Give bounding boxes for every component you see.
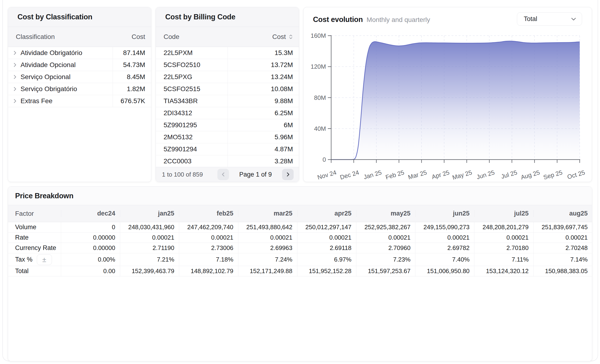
panel-header: Cost by Billing Code [156, 7, 299, 27]
chevron-right-icon [13, 50, 17, 56]
chevron-right-icon [13, 74, 17, 80]
svg-text:Jan 25: Jan 25 [363, 169, 382, 181]
price-table-row: Rate 0.00000 0.00021 0.00021 0.00021 0.0… [8, 233, 592, 243]
svg-text:Feb 25: Feb 25 [385, 169, 405, 181]
chart-subtitle: Monthly and quarterly [366, 16, 430, 24]
classification-label: Serviço Obrigatório [20, 85, 77, 93]
month-column-header: jul25 [474, 210, 533, 217]
svg-text:May 25: May 25 [451, 169, 473, 181]
billing-code: 2DI34312 [156, 107, 227, 119]
price-cell: 7.18% [179, 253, 238, 266]
factor-label: Total [15, 267, 28, 275]
billing-cost: 9.88M [227, 95, 299, 107]
billing-table-header: Code Cost [156, 27, 299, 47]
month-column-header: dec24 [61, 210, 120, 217]
price-cell: 2.71190 [120, 243, 179, 253]
billing-cost: 3.28M [227, 155, 299, 167]
svg-text:Dec 24: Dec 24 [339, 169, 360, 181]
billing-code: 2MO5132 [156, 131, 227, 143]
price-cell: 7.40% [415, 253, 474, 266]
panel-title: Price Breakdown [15, 192, 73, 200]
price-cell: 148,892,102.79 [179, 266, 238, 276]
chevron-down-icon [571, 18, 576, 21]
billing-code: 5CSFO2515 [156, 83, 227, 95]
previous-page-button[interactable] [217, 169, 229, 180]
classification-label: Atividade Obrigatório [20, 49, 82, 57]
cost-evolution-panel: Cost evolution Monthly and quarterly Tot… [303, 7, 592, 182]
billing-code: 22L5PXG [156, 71, 227, 83]
expand-row-button[interactable] [13, 98, 17, 104]
month-column-header: feb25 [179, 210, 238, 217]
price-cell: 0.00021 [534, 233, 592, 243]
month-column-header: jun25 [415, 210, 474, 217]
billing-cost: 5.96M [227, 131, 299, 143]
billing-code: 22L5PXM [156, 47, 227, 59]
price-cell: 250,012,297,147 [297, 222, 356, 232]
expand-row-button[interactable] [13, 50, 17, 56]
price-cell: 0.00021 [356, 233, 415, 243]
billing-cost: 13.72M [227, 59, 299, 71]
billing-cost: 13.24M [227, 71, 299, 83]
price-cell: 248,030,431,960 [120, 222, 179, 232]
chevron-right-icon [13, 98, 17, 104]
expand-row-button[interactable] [13, 86, 17, 92]
svg-text:40M: 40M [314, 125, 326, 132]
tax-adjust-button[interactable]: ± [37, 254, 52, 265]
series-filter-dropdown[interactable]: Total [517, 12, 582, 26]
classification-cost: 1.82M [112, 83, 151, 95]
next-page-button[interactable] [282, 169, 294, 180]
price-cell: 0.00021 [297, 233, 356, 243]
price-cell: 0.00000 [61, 243, 120, 253]
table-row: 2DI34312 6.25M [156, 107, 299, 119]
classification-cost: 676.57K [112, 95, 151, 107]
classification-column-header: Classification [8, 33, 112, 41]
price-cell: 2.69782 [415, 243, 474, 253]
table-row: 5CSFO2510 13.72M [156, 59, 299, 71]
table-row: Atividade Opcional 54.73M [8, 59, 151, 71]
month-column-header: aug25 [534, 210, 592, 217]
price-cell: 0 [61, 222, 120, 232]
cost-column-label: Cost [272, 33, 286, 41]
panel-title: Cost by Classification [18, 13, 92, 21]
month-column-header: mar25 [238, 210, 297, 217]
svg-text:Apr 25: Apr 25 [431, 169, 450, 181]
price-cell: 6.97% [297, 253, 356, 266]
month-headers: dec24 jan25 feb25 mar25 apr25 may25 jun2… [61, 210, 592, 217]
expand-row-button[interactable] [13, 62, 17, 67]
month-column-header: apr25 [297, 210, 356, 217]
billing-table-body: 22L5PXM 15.3M 5CSFO2510 13.72M 22L5PXG 1… [156, 47, 299, 167]
svg-text:Oct 25: Oct 25 [566, 169, 586, 181]
price-cell: 150,988,383.05 [534, 266, 592, 276]
sort-icon [289, 34, 293, 40]
billing-code: 2CC0003 [156, 155, 227, 167]
price-cell: 251,839,697,745 [534, 222, 592, 232]
price-cell: 7.24% [238, 253, 297, 266]
panel-header: Price Breakdown [8, 187, 592, 205]
pagination-page-label: Page 1 of 9 [229, 171, 282, 178]
price-cell: 249,155,090,273 [415, 222, 474, 232]
classification-label: Atividade Opcional [20, 61, 75, 69]
price-cell: 152,171,249.88 [238, 266, 297, 276]
billing-code: TIA5343BR [156, 95, 227, 107]
table-row: 5Z9901295 6M [156, 119, 299, 131]
price-cell: 2.69963 [238, 243, 297, 253]
table-row: Serviço Opcional 8.45M [8, 71, 151, 83]
cost-column-sort-header[interactable]: Cost [227, 33, 299, 41]
chevron-left-icon [221, 172, 226, 177]
billing-code: 5Z9901294 [156, 143, 227, 155]
svg-text:Jun 25: Jun 25 [476, 169, 495, 181]
table-row: TIA5343BR 9.88M [156, 95, 299, 107]
price-cell: 2.70960 [356, 243, 415, 253]
chevron-right-icon [13, 86, 17, 92]
dropdown-selected-value: Total [524, 15, 537, 23]
price-cell: 0.00021 [120, 233, 179, 243]
month-column-header: may25 [356, 210, 415, 217]
price-cell: 0.00021 [474, 233, 533, 243]
panel-title: Cost by Billing Code [165, 13, 235, 21]
price-cell: 153,124,320.12 [474, 266, 533, 276]
classification-label: Extras Fee [20, 97, 52, 105]
price-cell: 7.11% [474, 253, 533, 266]
factor-label: Tax % [15, 256, 33, 263]
expand-row-button[interactable] [13, 74, 17, 80]
table-row: Extras Fee 676.57K [8, 95, 151, 107]
